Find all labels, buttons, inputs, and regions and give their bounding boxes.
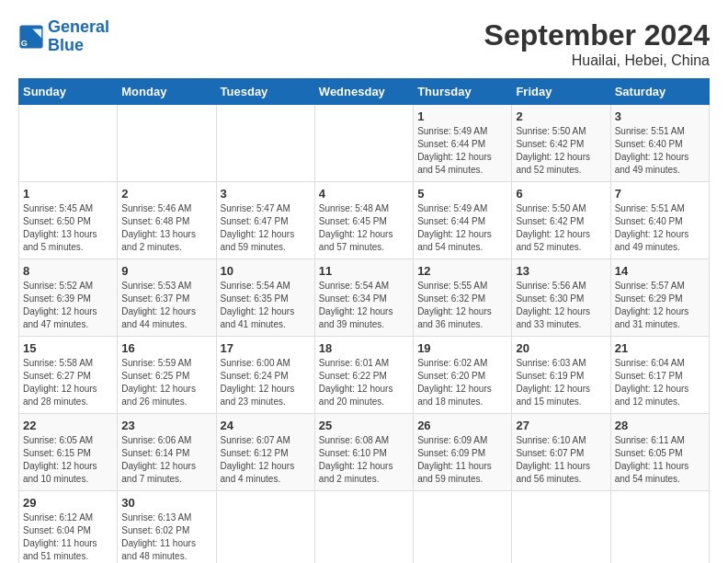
week-row-4: 22Sunrise: 6:05 AMSunset: 6:15 PMDayligh… <box>19 414 710 491</box>
day-number: 19 <box>417 341 507 355</box>
day-cell: 22Sunrise: 6:05 AMSunset: 6:15 PMDayligh… <box>19 414 118 491</box>
day-info: Sunrise: 6:05 AMSunset: 6:15 PMDaylight:… <box>23 434 113 486</box>
day-info: Sunrise: 6:03 AMSunset: 6:19 PMDaylight:… <box>516 357 606 408</box>
day-cell: 24Sunrise: 6:07 AMSunset: 6:12 PMDayligh… <box>216 414 314 491</box>
day-number: 9 <box>121 264 211 278</box>
day-info: Sunrise: 6:01 AMSunset: 6:22 PMDaylight:… <box>319 357 409 408</box>
logo-line2: Blue <box>48 36 84 54</box>
day-cell: 12Sunrise: 5:55 AMSunset: 6:32 PMDayligh… <box>414 259 512 337</box>
day-info: Sunrise: 6:04 AMSunset: 6:17 PMDaylight:… <box>615 357 705 408</box>
day-cell: 2Sunrise: 5:50 AMSunset: 6:42 PMDaylight… <box>512 105 610 182</box>
logo-text: General Blue <box>48 18 109 55</box>
day-info: Sunrise: 5:50 AMSunset: 6:42 PMDaylight:… <box>516 125 606 177</box>
day-cell: 18Sunrise: 6:01 AMSunset: 6:22 PMDayligh… <box>314 337 413 414</box>
day-cell <box>216 105 314 182</box>
day-info: Sunrise: 6:08 AMSunset: 6:10 PMDaylight:… <box>319 434 409 486</box>
logo: G General Blue <box>18 18 109 55</box>
day-cell <box>19 105 118 182</box>
day-number: 24 <box>221 419 311 432</box>
day-cell <box>216 491 314 564</box>
day-number: 28 <box>615 419 705 432</box>
day-number: 4 <box>319 187 409 201</box>
day-cell: 9Sunrise: 5:53 AMSunset: 6:37 PMDaylight… <box>118 259 216 337</box>
header-cell-tuesday: Tuesday <box>216 79 314 105</box>
day-cell: 27Sunrise: 6:10 AMSunset: 6:07 PMDayligh… <box>512 414 610 491</box>
day-cell: 25Sunrise: 6:08 AMSunset: 6:10 PMDayligh… <box>314 414 413 491</box>
day-cell: 23Sunrise: 6:06 AMSunset: 6:14 PMDayligh… <box>118 414 216 491</box>
header: G General Blue September 2024 Huailai, H… <box>18 18 710 69</box>
day-info: Sunrise: 5:54 AMSunset: 6:34 PMDaylight:… <box>319 280 409 331</box>
logo-icon: G <box>18 24 44 50</box>
week-row-2: 8Sunrise: 5:52 AMSunset: 6:39 PMDaylight… <box>19 259 710 337</box>
day-number: 18 <box>319 341 409 355</box>
day-cell: 30Sunrise: 6:13 AMSunset: 6:02 PMDayligh… <box>118 491 216 564</box>
day-info: Sunrise: 5:51 AMSunset: 6:40 PMDaylight:… <box>615 202 705 254</box>
day-number: 1 <box>417 109 507 123</box>
day-cell: 1Sunrise: 5:49 AMSunset: 6:44 PMDaylight… <box>414 105 512 182</box>
day-number: 23 <box>121 419 211 432</box>
day-number: 8 <box>23 264 113 278</box>
day-info: Sunrise: 5:57 AMSunset: 6:29 PMDaylight:… <box>615 280 705 331</box>
day-info: Sunrise: 5:56 AMSunset: 6:30 PMDaylight:… <box>516 280 606 331</box>
day-cell: 3Sunrise: 5:47 AMSunset: 6:47 PMDaylight… <box>216 182 314 259</box>
week-row-0: 1Sunrise: 5:49 AMSunset: 6:44 PMDaylight… <box>19 105 710 182</box>
day-info: Sunrise: 5:52 AMSunset: 6:39 PMDaylight:… <box>23 280 113 331</box>
day-cell <box>610 491 709 564</box>
day-cell: 29Sunrise: 6:12 AMSunset: 6:04 PMDayligh… <box>19 491 118 564</box>
day-number: 1 <box>23 187 113 201</box>
day-cell <box>314 105 413 182</box>
title-area: September 2024 Huailai, Hebei, China <box>484 18 710 69</box>
day-info: Sunrise: 6:06 AMSunset: 6:14 PMDaylight:… <box>121 434 211 486</box>
header-cell-friday: Friday <box>512 79 610 105</box>
day-cell: 15Sunrise: 5:58 AMSunset: 6:27 PMDayligh… <box>19 337 118 414</box>
day-info: Sunrise: 5:51 AMSunset: 6:40 PMDaylight:… <box>615 125 705 177</box>
day-cell: 20Sunrise: 6:03 AMSunset: 6:19 PMDayligh… <box>512 337 610 414</box>
day-info: Sunrise: 6:07 AMSunset: 6:12 PMDaylight:… <box>221 434 311 486</box>
day-number: 25 <box>319 419 409 432</box>
day-number: 3 <box>221 187 311 201</box>
day-info: Sunrise: 5:53 AMSunset: 6:37 PMDaylight:… <box>121 280 211 331</box>
week-row-1: 1Sunrise: 5:45 AMSunset: 6:50 PMDaylight… <box>19 182 710 259</box>
day-cell: 3Sunrise: 5:51 AMSunset: 6:40 PMDaylight… <box>610 105 709 182</box>
logo-line1: General <box>48 17 109 36</box>
location-title: Huailai, Hebei, China <box>484 52 710 69</box>
day-cell: 19Sunrise: 6:02 AMSunset: 6:20 PMDayligh… <box>414 337 512 414</box>
day-info: Sunrise: 5:45 AMSunset: 6:50 PMDaylight:… <box>23 202 113 254</box>
day-number: 27 <box>516 419 606 432</box>
week-row-5: 29Sunrise: 6:12 AMSunset: 6:04 PMDayligh… <box>19 491 710 564</box>
day-cell: 14Sunrise: 5:57 AMSunset: 6:29 PMDayligh… <box>610 259 709 337</box>
day-info: Sunrise: 5:59 AMSunset: 6:25 PMDaylight:… <box>121 357 211 408</box>
header-row: SundayMondayTuesdayWednesdayThursdayFrid… <box>19 79 710 105</box>
day-number: 14 <box>615 264 705 278</box>
day-cell: 2Sunrise: 5:46 AMSunset: 6:48 PMDaylight… <box>118 182 216 259</box>
day-number: 7 <box>615 187 705 201</box>
day-cell: 11Sunrise: 5:54 AMSunset: 6:34 PMDayligh… <box>314 259 413 337</box>
day-number: 29 <box>23 496 113 510</box>
day-cell: 8Sunrise: 5:52 AMSunset: 6:39 PMDaylight… <box>19 259 118 337</box>
day-number: 10 <box>221 264 311 278</box>
header-cell-saturday: Saturday <box>610 79 709 105</box>
day-number: 16 <box>121 341 211 355</box>
day-info: Sunrise: 6:13 AMSunset: 6:02 PMDaylight:… <box>121 511 211 563</box>
day-number: 11 <box>319 264 409 278</box>
day-cell: 10Sunrise: 5:54 AMSunset: 6:35 PMDayligh… <box>216 259 314 337</box>
header-cell-monday: Monday <box>118 79 216 105</box>
day-number: 2 <box>121 187 211 201</box>
week-row-3: 15Sunrise: 5:58 AMSunset: 6:27 PMDayligh… <box>19 337 710 414</box>
day-number: 20 <box>516 341 606 355</box>
day-info: Sunrise: 5:50 AMSunset: 6:42 PMDaylight:… <box>516 202 606 254</box>
day-number: 15 <box>23 341 113 355</box>
day-info: Sunrise: 6:00 AMSunset: 6:24 PMDaylight:… <box>221 357 311 408</box>
day-info: Sunrise: 6:12 AMSunset: 6:04 PMDaylight:… <box>23 511 113 563</box>
day-info: Sunrise: 6:02 AMSunset: 6:20 PMDaylight:… <box>417 357 507 408</box>
day-cell: 1Sunrise: 5:45 AMSunset: 6:50 PMDaylight… <box>19 182 118 259</box>
day-cell: 28Sunrise: 6:11 AMSunset: 6:05 PMDayligh… <box>610 414 709 491</box>
day-number: 5 <box>417 187 507 201</box>
day-cell: 21Sunrise: 6:04 AMSunset: 6:17 PMDayligh… <box>610 337 709 414</box>
day-info: Sunrise: 5:49 AMSunset: 6:44 PMDaylight:… <box>417 125 507 177</box>
day-number: 12 <box>417 264 507 278</box>
day-info: Sunrise: 5:48 AMSunset: 6:45 PMDaylight:… <box>319 202 409 254</box>
day-info: Sunrise: 5:54 AMSunset: 6:35 PMDaylight:… <box>221 280 311 331</box>
day-cell: 5Sunrise: 5:49 AMSunset: 6:44 PMDaylight… <box>414 182 512 259</box>
day-info: Sunrise: 6:11 AMSunset: 6:05 PMDaylight:… <box>615 434 705 486</box>
